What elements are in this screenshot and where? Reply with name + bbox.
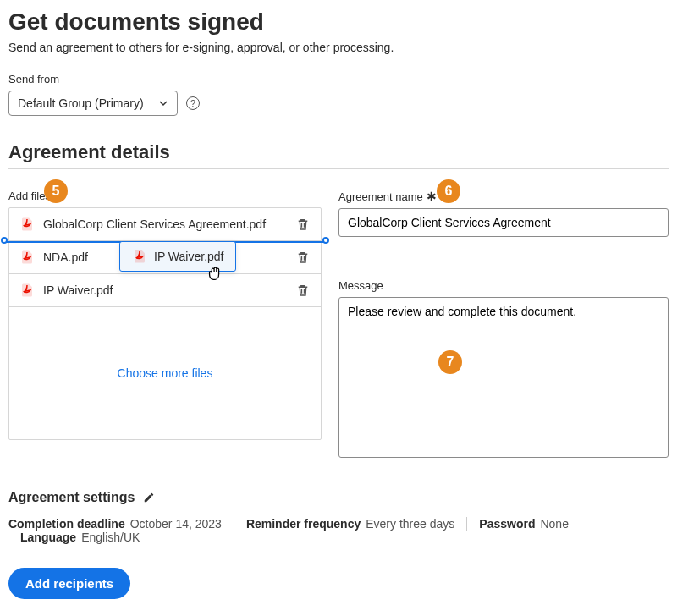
send-from-select[interactable]: Default Group (Primary): [8, 91, 178, 116]
send-from-value: Default Group (Primary): [18, 96, 144, 110]
agreement-name-label: Agreement name: [338, 190, 423, 203]
send-from-label: Send from: [8, 73, 669, 85]
message-label: Message: [338, 279, 669, 292]
drag-ghost-name: IP Waiver.pdf: [154, 250, 223, 263]
page-title: Get documents signed: [8, 8, 669, 36]
chevron-down-icon: [158, 98, 168, 108]
trash-icon[interactable]: [295, 250, 311, 265]
pdf-icon: [19, 283, 35, 298]
help-icon[interactable]: ?: [186, 96, 200, 110]
file-name: IP Waiver.pdf: [43, 283, 287, 297]
choose-more-files[interactable]: Choose more files: [9, 307, 321, 439]
setting-completion-deadline: Completion deadline October 14, 2023: [8, 517, 234, 531]
trash-icon[interactable]: [295, 217, 311, 232]
required-star-icon: ✱: [427, 190, 437, 203]
pencil-icon[interactable]: [143, 492, 155, 503]
pdf-icon: [19, 250, 35, 265]
setting-language: Language English/UK: [8, 531, 151, 544]
page-subtitle: Send an agreement to others for e-signin…: [8, 41, 669, 54]
section-title: Agreement details: [8, 141, 669, 163]
divider: [8, 168, 669, 169]
file-item[interactable]: GlobalCorp Client Services Agreement.pdf: [9, 208, 321, 241]
message-textarea[interactable]: [338, 297, 669, 458]
setting-reminder-frequency: Reminder frequency Every three days: [234, 517, 467, 531]
file-item[interactable]: IP Waiver.pdf: [9, 274, 321, 307]
pdf-icon: [19, 217, 35, 232]
setting-password: Password None: [467, 517, 581, 531]
callout-badge-7: 7: [438, 350, 462, 374]
add-recipients-button[interactable]: Add recipients: [8, 568, 130, 599]
cursor-grab-icon: [206, 264, 224, 283]
pdf-icon: [132, 249, 147, 264]
trash-icon[interactable]: [295, 283, 311, 298]
agreement-name-input[interactable]: [338, 208, 669, 237]
agreement-settings-title: Agreement settings: [8, 490, 135, 505]
callout-badge-6: 6: [437, 179, 460, 203]
file-name: GlobalCorp Client Services Agreement.pdf: [43, 217, 287, 231]
settings-summary: Completion deadline October 14, 2023 Rem…: [8, 517, 669, 544]
callout-badge-5: 5: [44, 179, 68, 203]
file-list: GlobalCorp Client Services Agreement.pdf…: [8, 207, 322, 440]
